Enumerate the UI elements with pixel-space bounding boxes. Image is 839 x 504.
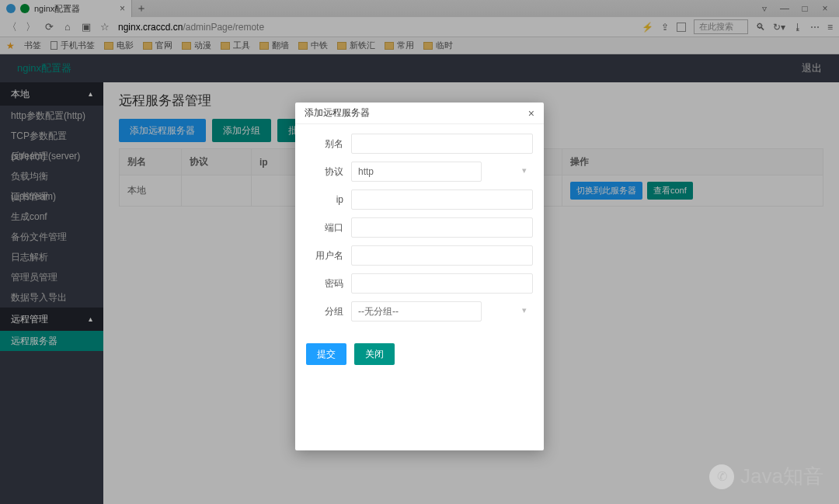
sidebar-item-tcp[interactable]: TCP参数配置(stream) (0, 126, 103, 146)
back-icon[interactable]: 〈 (6, 20, 17, 34)
folder-icon (337, 42, 346, 50)
dropdown-icon[interactable]: ▿ (758, 3, 771, 14)
dialog-header: 添加远程服务器 × (295, 103, 544, 124)
sidebar-item-server[interactable]: 反向代理(server) (0, 146, 103, 166)
new-tab-button[interactable]: ＋ (132, 2, 151, 16)
bookmark-folder[interactable]: 新铁汇 (337, 40, 375, 51)
label-group: 分组 (306, 305, 351, 318)
minimize-icon[interactable]: — (778, 3, 791, 14)
switch-server-button[interactable]: 切换到此服务器 (570, 182, 642, 200)
col-alias: 别名 (120, 149, 182, 176)
dialog-close-icon[interactable]: × (528, 107, 534, 120)
sidebar-item-data[interactable]: 数据导入导出 (0, 287, 103, 308)
label-alias: 别名 (306, 137, 351, 151)
add-group-button[interactable]: 添加分组 (212, 119, 271, 142)
group-select[interactable] (351, 301, 482, 322)
close-window-icon[interactable]: × (819, 3, 831, 14)
window-controls: ▿ — □ × (750, 3, 839, 14)
folder-icon (104, 42, 113, 50)
watermark: ✆ Java知音 (709, 463, 823, 490)
col-action: 操作 (562, 149, 823, 176)
chevron-up-icon: ▴ (89, 308, 92, 331)
label-port: 端口 (306, 221, 351, 235)
port-input[interactable] (351, 217, 533, 238)
sidebar-item-admin[interactable]: 管理员管理 (0, 267, 103, 287)
sidebar-item-http[interactable]: http参数配置(http) (0, 106, 103, 126)
qr-icon[interactable] (677, 23, 686, 32)
bookmarks-star-icon[interactable]: ★ (6, 40, 15, 51)
browser-titlebar: nginx配置器 × ＋ ▿ — □ × (0, 0, 839, 17)
sidebar-item-remote-server[interactable]: 远程服务器 (0, 331, 103, 351)
download-icon[interactable]: ⭳ (793, 22, 802, 33)
maximize-icon[interactable]: □ (799, 3, 811, 14)
bookmark-folder[interactable]: 工具 (221, 40, 250, 51)
bookmarks-label: 书签 (24, 40, 41, 51)
chevron-up-icon: ▴ (89, 82, 92, 106)
share-icon[interactable]: ⇪ (661, 22, 669, 33)
sidebar-item-backup[interactable]: 备份文件管理 (0, 227, 103, 247)
mobile-bookmarks[interactable]: 手机书签 (50, 40, 95, 51)
wechat-icon: ✆ (709, 464, 734, 489)
tab-title: nginx配置器 (34, 3, 80, 15)
cell-alias: 本地 (120, 176, 182, 207)
app-favicon (6, 4, 16, 13)
bookmark-folder[interactable]: 官网 (143, 40, 172, 51)
browser-address-bar: 〈 〉 ⟳ ⌂ ▣ ☆ nginx.craccd.cn/adminPage/re… (0, 17, 839, 37)
protocol-select[interactable] (351, 162, 482, 182)
app-header: nginx配置器 退出 (0, 54, 839, 82)
sidebar-group-local[interactable]: 本地▴ (0, 82, 103, 106)
watermark-text: Java知音 (740, 463, 823, 490)
dialog-title: 添加远程服务器 (305, 106, 370, 120)
hamburger-icon[interactable]: ≡ (827, 22, 833, 33)
browser-tab[interactable]: nginx配置器 × (0, 0, 132, 17)
logout-link[interactable]: 退出 (802, 61, 822, 75)
bookmark-folder[interactable]: 动漫 (182, 40, 211, 51)
bookmark-folder[interactable]: 翻墙 (259, 40, 289, 51)
menu-dots-icon[interactable]: ⋯ (810, 22, 820, 33)
alias-input[interactable] (351, 134, 533, 154)
col-protocol: 协议 (182, 149, 252, 176)
add-server-button[interactable]: 添加远程服务器 (119, 119, 206, 142)
submit-button[interactable]: 提交 (306, 343, 346, 365)
ip-input[interactable] (351, 189, 533, 210)
cell-actions: 切换到此服务器 查看conf (562, 176, 823, 207)
refresh-dropdown-icon[interactable]: ↻▾ (773, 22, 785, 33)
user-input[interactable] (351, 245, 533, 266)
url-host: nginx.craccd.cn (118, 22, 183, 33)
url-field[interactable]: nginx.craccd.cn/adminPage/remote (118, 22, 634, 33)
browser-search-input[interactable]: 在此搜索 (694, 19, 748, 34)
label-protocol: 协议 (306, 165, 351, 179)
sidebar-item-genconf[interactable]: 生成conf (0, 207, 103, 227)
search-icon[interactable]: 🔍︎ (756, 22, 765, 33)
bookmark-folder[interactable]: 临时 (423, 40, 453, 51)
view-conf-button[interactable]: 查看conf (647, 182, 693, 200)
nginx-favicon (20, 4, 30, 13)
folder-icon (182, 42, 191, 50)
label-password: 密码 (306, 277, 351, 290)
sidebar-group-remote[interactable]: 远程管理▴ (0, 308, 103, 331)
password-input[interactable] (351, 273, 533, 294)
reload-icon[interactable]: ⟳ (44, 21, 54, 33)
bookmark-folder[interactable]: 电影 (104, 40, 134, 51)
folder-icon (221, 42, 230, 50)
folder-icon (143, 42, 152, 50)
action-icon[interactable]: ⚡ (642, 22, 653, 33)
folder-icon (298, 42, 308, 50)
folder-icon (385, 42, 394, 50)
forward-icon[interactable]: 〉 (25, 20, 36, 34)
folder-icon (423, 42, 433, 50)
tabs-icon[interactable]: ▣ (81, 21, 92, 33)
bookmark-folder[interactable]: 中铁 (298, 40, 328, 51)
sidebar-item-log[interactable]: 日志解析 (0, 247, 103, 267)
bookmarks-bar: ★ 书签 手机书签 电影 官网 动漫 工具 翻墙 中铁 新铁汇 常用 临时 (0, 37, 839, 54)
folder-icon (259, 42, 269, 50)
url-path: /adminPage/remote (183, 22, 264, 33)
bookmark-folder[interactable]: 常用 (385, 40, 414, 51)
star-icon[interactable]: ☆ (99, 21, 110, 33)
tab-close-icon[interactable]: × (120, 3, 125, 14)
sidebar-item-upstream[interactable]: 负载均衡(upstream) (0, 166, 103, 186)
sidebar: 本地▴ http参数配置(http) TCP参数配置(stream) 反向代理(… (0, 82, 103, 504)
close-button[interactable]: 关闭 (354, 343, 395, 365)
home-icon[interactable]: ⌂ (62, 21, 73, 33)
cell-protocol (182, 176, 252, 207)
